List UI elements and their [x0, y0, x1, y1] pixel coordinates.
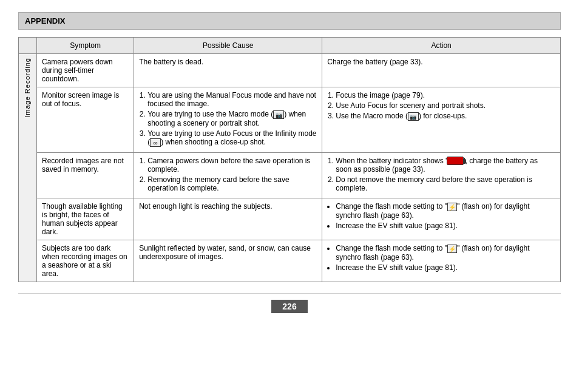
list-item: Increase the EV shift value (page 81).: [336, 221, 555, 230]
table-row: Image Recording Camera powers down durin…: [19, 54, 561, 87]
symptom-text: Recorded images are not saved in memory.: [42, 157, 124, 174]
symptom-cell: Subjects are too dark when recording ima…: [36, 240, 134, 282]
cause-cell: The battery is dead.: [134, 54, 322, 87]
battery-icon: [447, 157, 464, 165]
list-item: Camera powers down before the save opera…: [147, 157, 317, 174]
action-cell: Change the flash mode setting to "⚡" (fl…: [322, 198, 561, 240]
action-bullets: Change the flash mode setting to "⚡" (fl…: [327, 244, 555, 272]
table-row: Monitor screen image is out of focus. Yo…: [19, 87, 561, 153]
row-label-cell: Image Recording: [19, 54, 37, 282]
cause-text: Not enough light is reaching the subject…: [139, 202, 272, 211]
page-number: 226: [271, 300, 307, 313]
cause-list: Camera powers down before the save opera…: [139, 157, 317, 192]
table-row: Subjects are too dark when recording ima…: [19, 240, 561, 282]
cause-item: Camera powers down before the save opera…: [147, 157, 310, 174]
action-cell: When the battery indicator shows '', cha…: [322, 152, 561, 198]
symptom-text: Subjects are too dark when recording ima…: [42, 244, 127, 278]
row-label-header: [19, 38, 37, 54]
macro-icon: 📷: [273, 110, 284, 119]
table-row: Though available lighting is bright, the…: [19, 198, 561, 240]
list-item: You are trying to use the Macro mode (📷)…: [147, 110, 317, 127]
main-table: Symptom Possible Cause Action Image Reco…: [18, 37, 561, 282]
list-item: Use the Macro mode (📷) for close-ups.: [336, 112, 555, 121]
infinity-icon: ∞: [150, 138, 161, 147]
symptom-header: Symptom: [36, 38, 134, 54]
action-cell: Focus the image (page 79). Use Auto Focu…: [322, 87, 561, 153]
list-item: Increase the EV shift value (page 81).: [336, 263, 555, 272]
symptom-text: Monitor screen image is out of focus.: [42, 91, 119, 108]
page-footer: 226: [18, 293, 561, 313]
list-item: Use Auto Focus for scenery and portrait …: [336, 101, 555, 110]
symptom-cell: Camera powers down during self-timer cou…: [36, 54, 134, 87]
cause-list: You are using the Manual Focus mode and …: [139, 91, 317, 147]
cause-header: Possible Cause: [134, 38, 322, 54]
list-item: When the battery indicator shows '', cha…: [336, 157, 555, 174]
appendix-title: APPENDIX: [25, 16, 65, 25]
page: APPENDIX Symptom Possible Cause Action I…: [0, 0, 579, 337]
macro-icon: 📷: [408, 112, 419, 121]
cause-cell: Sunlight reflected by water, sand, or sn…: [134, 240, 322, 282]
cause-text: Sunlight reflected by water, sand, or sn…: [139, 244, 311, 261]
appendix-header: APPENDIX: [18, 12, 561, 30]
list-item: You are trying to use Auto Focus or the …: [147, 129, 317, 147]
action-cell: Charge the battery (page 33).: [322, 54, 561, 87]
table-row: Recorded images are not saved in memory.…: [19, 152, 561, 198]
action-bullets: Change the flash mode setting to "⚡" (fl…: [327, 202, 555, 230]
list-item: You are using the Manual Focus mode and …: [147, 91, 317, 108]
action-item: Use Auto Focus for scenery and portrait …: [336, 101, 486, 110]
symptom-cell: Monitor screen image is out of focus.: [36, 87, 134, 153]
list-item: Change the flash mode setting to "⚡" (fl…: [336, 202, 555, 220]
symptom-text: Though available lighting is bright, the…: [42, 202, 123, 236]
list-item: Focus the image (page 79).: [336, 91, 555, 100]
cause-item: Removing the memory card before the save…: [147, 175, 289, 192]
action-list: When the battery indicator shows '', cha…: [327, 157, 555, 193]
list-item: Change the flash mode setting to "⚡" (fl…: [336, 244, 555, 262]
action-text: Charge the battery (page 33).: [327, 58, 422, 66]
list-item: Do not remove the memory card before the…: [336, 175, 555, 192]
symptom-text: Camera powers down during self-timer cou…: [42, 58, 113, 83]
action-item: Focus the image (page 79).: [336, 91, 425, 100]
action-list: Focus the image (page 79). Use Auto Focu…: [327, 91, 555, 121]
flash-icon: ⚡: [447, 203, 457, 211]
list-item: Removing the memory card before the save…: [147, 175, 317, 192]
cause-text: The battery is dead.: [139, 58, 203, 66]
action-header: Action: [322, 38, 561, 54]
action-cell: Change the flash mode setting to "⚡" (fl…: [322, 240, 561, 282]
cause-cell: You are using the Manual Focus mode and …: [134, 87, 322, 153]
symptom-cell: Though available lighting is bright, the…: [36, 198, 134, 240]
cause-cell: Camera powers down before the save opera…: [134, 152, 322, 198]
cause-cell: Not enough light is reaching the subject…: [134, 198, 322, 240]
symptom-cell: Recorded images are not saved in memory.: [36, 152, 134, 198]
cause-item: You are using the Manual Focus mode and …: [147, 91, 316, 108]
flash-icon: ⚡: [447, 245, 457, 253]
row-label: Image Recording: [24, 58, 31, 118]
